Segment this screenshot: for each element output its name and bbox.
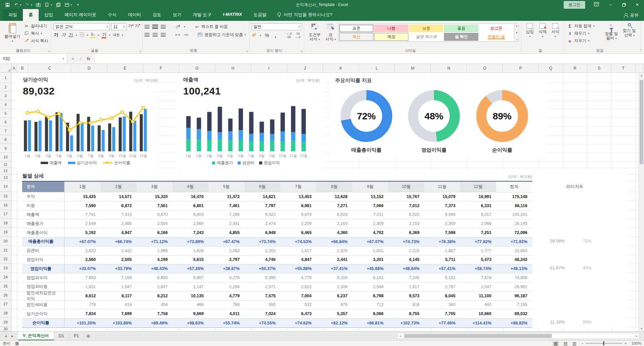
table-cell[interactable]: 879 [316, 301, 352, 309]
row-header-18[interactable]: 18 [0, 219, 11, 228]
row-header-11[interactable]: 11 [0, 161, 11, 168]
table-cell[interactable]: +77.46% [424, 318, 460, 328]
cell-style-2[interactable]: 보통 [409, 25, 443, 32]
table-col-header[interactable]: 1월 [65, 182, 100, 192]
table-cell[interactable]: 3,201 [352, 256, 388, 264]
table-cell[interactable]: +66.74% [100, 237, 136, 246]
table-cell[interactable]: +86.81% [352, 318, 388, 328]
italic-button[interactable]: 가 [61, 32, 66, 38]
table-cell[interactable]: 2,209 [280, 219, 316, 228]
table-cell[interactable]: 15,079 [424, 192, 460, 201]
table-cell[interactable]: 466 [172, 301, 208, 309]
table-cell[interactable]: 5,711 [424, 256, 460, 264]
table-cell[interactable]: 1,817 [388, 282, 424, 291]
table-cell[interactable]: 2,560 [65, 256, 100, 264]
table-cell[interactable]: 8,674 [280, 210, 316, 219]
table-col-header[interactable]: 6월 [244, 182, 280, 192]
row-label[interactable]: 법인세차감전순이익 [22, 292, 65, 300]
align-middle-icon[interactable] [153, 25, 158, 29]
column-header-E[interactable]: E [107, 64, 143, 72]
vertical-scroll-thumb[interactable] [640, 80, 643, 164]
table-cell[interactable]: 1,617 [280, 246, 316, 255]
table-cell[interactable]: 2,632 [65, 246, 100, 255]
table-cell[interactable]: 2,202 [244, 246, 280, 255]
redo-icon[interactable]: ↷ [25, 2, 30, 7]
name-box[interactable]: Y32 ▾ [0, 54, 67, 64]
column-header-R[interactable]: R [563, 64, 587, 72]
row-label[interactable]: 수익 [22, 192, 65, 201]
increase-decimal-icon[interactable]: ←.0.00 [286, 32, 292, 39]
redo-dropdown-icon[interactable]: ▾ [31, 3, 32, 6]
table-cell[interactable]: 2,341 [208, 219, 244, 228]
table-cell[interactable]: 2,505 [100, 256, 136, 264]
column-header-D[interactable]: D [71, 64, 107, 72]
table-cell[interactable]: 74,908 [496, 273, 532, 282]
format-as-table-button[interactable]: 표서식 ▾ [323, 22, 338, 43]
table-cell[interactable]: +48.43% [136, 264, 172, 273]
row-header-17[interactable]: 17 [0, 210, 11, 219]
table-cell[interactable]: 7,683 [65, 273, 100, 282]
table-cell[interactable]: 2,442 [100, 246, 136, 255]
row-header-7[interactable]: 7 [0, 126, 11, 135]
zoom-out-icon[interactable]: − [581, 341, 583, 345]
table-cell[interactable]: 1,777 [460, 246, 496, 255]
ribbon-tab-4[interactable]: 수식 [102, 9, 122, 21]
table-cell[interactable]: 2,308 [316, 282, 352, 291]
table-cell[interactable]: 7,699 [100, 309, 136, 318]
table-col-header[interactable]: 4월 [172, 182, 208, 192]
sheet-nav-right-icon[interactable]: ► [11, 334, 14, 338]
table-cell[interactable]: 7,155 [496, 301, 532, 309]
table-cell[interactable]: 2,544 [352, 282, 388, 291]
table-cell[interactable]: 550 [244, 301, 280, 309]
table-cell[interactable]: 89,032 [496, 309, 532, 318]
ribbon-tab-1[interactable]: 홈 [23, 9, 39, 21]
underline-button[interactable]: 가 [68, 32, 73, 38]
cell-style-4[interactable]: 경고문 [479, 25, 513, 32]
table-cell[interactable]: 12,628 [316, 192, 352, 201]
table-cell[interactable]: 7,004 [280, 292, 316, 300]
table-col-header[interactable]: 10월 [388, 182, 424, 192]
normal-view-icon[interactable]: ▦ [553, 341, 559, 346]
table-cell[interactable]: +77.82% [460, 237, 496, 246]
paste-values-icon[interactable] [44, 2, 50, 7]
table-cell[interactable]: 175,148 [496, 192, 532, 201]
zoom-slider[interactable]: − + [581, 341, 627, 345]
ribbon-tab-5[interactable]: 데이터 [122, 9, 147, 21]
column-header-K[interactable]: K [323, 64, 359, 72]
format-painter-button[interactable]: 서식 복사 [23, 38, 49, 44]
row-label[interactable]: 법인세비용 [22, 301, 65, 309]
table-cell[interactable]: 2,058 [208, 246, 244, 255]
page-layout-view-icon[interactable]: ▤ [564, 341, 568, 346]
table-cell[interactable]: +74.62% [280, 318, 316, 328]
table-cell[interactable]: +55.74% [208, 318, 244, 328]
table-cell[interactable]: 7,243 [172, 228, 208, 237]
table-cell[interactable]: 11,472 [208, 192, 244, 201]
table-cell[interactable]: 6,524 [316, 210, 352, 219]
table-cell[interactable]: 14,821 [244, 192, 280, 201]
table-cell[interactable]: 4,746 [244, 256, 280, 264]
table-cell[interactable]: 1,547 [100, 282, 136, 291]
row-label[interactable]: 영업외수익 [22, 273, 65, 282]
table-cell[interactable]: 6,465 [280, 228, 316, 237]
row-label[interactable]: 영업이익률 [22, 264, 65, 273]
cell-style-1[interactable]: 나쁨 [374, 25, 408, 32]
table-cell[interactable]: 5,473 [460, 256, 496, 264]
table-cell[interactable]: 5,131 [424, 273, 460, 282]
table-cell[interactable]: 11,100 [460, 292, 496, 300]
table-cell[interactable]: +74.73% [388, 237, 424, 246]
table-cell[interactable]: 8,212 [136, 292, 172, 300]
row-label[interactable]: 매출액 [22, 210, 65, 219]
row-label[interactable]: 영업이익 [22, 256, 65, 264]
insert-function-icon[interactable]: fx [87, 56, 90, 61]
align-right-icon[interactable] [161, 33, 166, 37]
comma-style-icon[interactable]: , [273, 33, 278, 38]
table-cell[interactable]: 2,549 [65, 219, 100, 228]
table-cell[interactable]: 6,331 [460, 201, 496, 210]
table-cell[interactable]: 6,798 [352, 292, 388, 300]
table-cell[interactable]: 4,360 [316, 228, 352, 237]
table-cell[interactable]: 4,855 [208, 228, 244, 237]
cell-style-6[interactable]: 메모 [374, 33, 408, 41]
column-header-M[interactable]: M [395, 64, 431, 72]
autosum-button[interactable]: Σ자동 합계▾ [566, 23, 602, 29]
tell-me-search[interactable]: 어떤 작업을 원하시나요? [272, 12, 337, 21]
